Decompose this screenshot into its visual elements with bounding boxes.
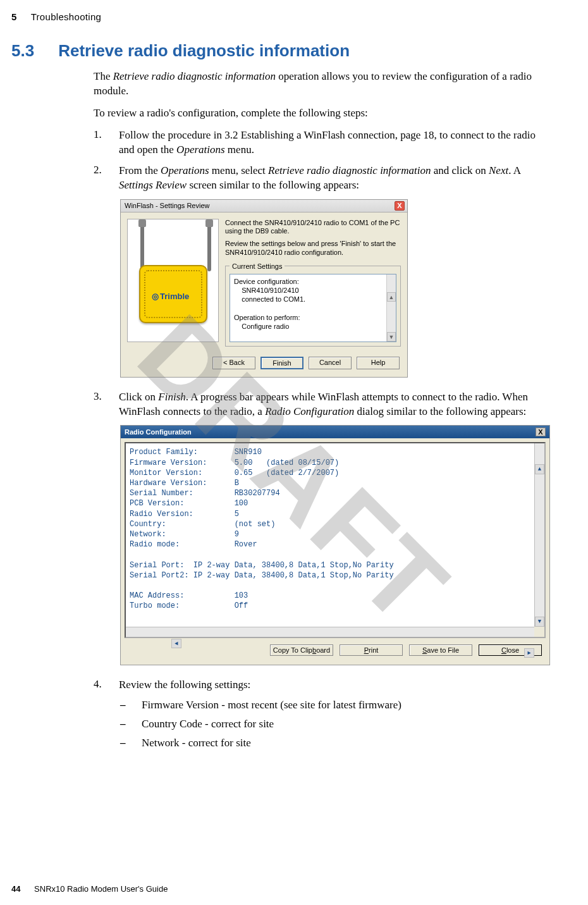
step-number: 1. — [94, 128, 105, 157]
dialog-titlebar[interactable]: Radio Configuration X — [121, 426, 549, 438]
section-title: Retrieve radio diagnostic information — [58, 41, 350, 61]
text: and click on — [431, 164, 489, 176]
text-italic: Next — [489, 164, 508, 176]
scroll-left-icon[interactable]: ◄ — [171, 639, 181, 648]
instruction-text: Connect the SNR410/910/2410 radio to COM… — [225, 219, 401, 237]
list-text: Firmware Version - most recent (see site… — [142, 699, 401, 711]
intro-paragraph-1: The Retrieve radio diagnostic informatio… — [94, 70, 553, 99]
text: Click on — [119, 391, 158, 403]
list-item: –Firmware Version - most recent (see sit… — [120, 699, 553, 711]
step-number: 2. — [94, 164, 105, 193]
group-legend: Current Settings — [230, 262, 285, 270]
scrollbar-vertical[interactable]: ▲ ▼ — [534, 443, 544, 627]
step-3: 3. Click on Finish. A progress bar appea… — [94, 390, 553, 419]
device-box-icon: Trimble — [139, 265, 207, 323]
step-number: 4. — [94, 678, 105, 693]
config-text: Product Family: SNR910 Firmware Version:… — [130, 448, 394, 610]
text: menu. — [225, 144, 254, 156]
close-icon[interactable]: X — [536, 428, 546, 436]
scroll-up-icon[interactable]: ▲ — [387, 292, 396, 302]
page-header: 5 Troubleshooting — [11, 11, 553, 22]
copy-to-clipboard-button[interactable]: Copy To Clipboard — [270, 644, 333, 656]
scroll-up-icon[interactable]: ▲ — [535, 464, 544, 474]
help-button[interactable]: Help — [357, 357, 400, 369]
bullet-dash: – — [120, 718, 128, 730]
step-text: Follow the procedure in 3.2 Establishing… — [119, 128, 553, 157]
dialog-button-row: Copy To Clipboard Print Save to File Clo… — [125, 638, 546, 661]
settings-review-list: –Firmware Version - most recent (see sit… — [120, 699, 553, 749]
figure-radio-configuration: Radio Configuration X Product Family: SN… — [120, 425, 553, 665]
text-italic: Settings Review — [119, 179, 187, 191]
current-settings-group: Current Settings Device configuration: S… — [225, 262, 401, 347]
finish-button[interactable]: Finish — [260, 357, 303, 369]
step-text: Click on Finish. A progress bar appears … — [119, 390, 553, 419]
bullet-dash: – — [120, 699, 128, 711]
scroll-right-icon[interactable]: ► — [524, 648, 534, 658]
text-italic: Radio Configuration — [265, 405, 354, 417]
text: The — [94, 70, 113, 82]
intro-paragraph-2: To review a radio's configuration, compl… — [94, 106, 553, 121]
list-text: Country Code - correct for site — [142, 718, 274, 730]
page-footer: 44 SNRx10 Radio Modem User's Guide — [11, 884, 168, 894]
section-heading: 5.3 Retrieve radio diagnostic informatio… — [11, 41, 553, 61]
radio-configuration-dialog: Radio Configuration X Product Family: SN… — [120, 425, 550, 665]
device-image: Trimble — [127, 219, 219, 342]
dialog-button-row: < Back Finish Cancel Help — [121, 352, 407, 377]
cancel-button[interactable]: Cancel — [309, 357, 352, 369]
scroll-down-icon[interactable]: ▼ — [387, 332, 396, 342]
print-button[interactable]: Print — [340, 644, 403, 656]
step-4: 4. Review the following settings: — [94, 678, 553, 693]
settings-text: Device configuration: SNR410/910/2410 co… — [234, 278, 305, 330]
step-text: From the Operations menu, select Retriev… — [119, 164, 553, 193]
step-2: 2. From the Operations menu, select Retr… — [94, 164, 553, 193]
back-button[interactable]: < Back — [212, 357, 255, 369]
steps-list: 1. Follow the procedure in 3.2 Establish… — [94, 128, 553, 193]
text: screen similar to the following appears: — [187, 179, 359, 191]
scrollbar-vertical[interactable]: ▲ ▼ — [386, 274, 396, 342]
dialog-body: Trimble Connect the SNR410/910/2410 radi… — [121, 212, 407, 352]
antenna-icon — [140, 222, 144, 271]
text: . A — [508, 164, 520, 176]
text: Copy To Clip — [273, 646, 312, 654]
text: ave to File — [427, 646, 459, 654]
doc-title: SNRx10 Radio Modem User's Guide — [34, 884, 168, 894]
close-icon[interactable]: X — [395, 201, 405, 211]
text: menu, select — [209, 164, 268, 176]
text-italic: Retrieve radio diagnostic information — [113, 70, 276, 82]
page-number: 44 — [11, 884, 20, 894]
scroll-down-icon[interactable]: ▼ — [535, 617, 544, 627]
config-textarea[interactable]: Product Family: SNR910 Firmware Version:… — [125, 442, 546, 638]
text: dialog similar to the following appears: — [354, 405, 526, 417]
text-underline: P — [364, 646, 369, 654]
section-number: 5.3 — [11, 41, 34, 61]
figure-settings-review: WinFlash - Settings Review X Trimble Con… — [120, 199, 553, 378]
text-underline: C — [501, 646, 506, 654]
scroll-corner — [534, 627, 544, 637]
steps-list-cont2: 4. Review the following settings: — [94, 678, 553, 693]
text-italic: Retrieve radio diagnostic information — [268, 164, 431, 176]
settings-review-dialog: WinFlash - Settings Review X Trimble Con… — [120, 199, 408, 378]
text: rint — [369, 646, 378, 654]
dialog-right-panel: Connect the SNR410/910/2410 radio to COM… — [225, 219, 401, 347]
trimble-logo: Trimble — [152, 292, 189, 301]
scrollbar-horizontal[interactable]: ◄ ► — [126, 627, 534, 637]
save-to-file-button[interactable]: Save to File — [409, 644, 472, 656]
text-italic: Operations — [176, 144, 225, 156]
dialog-titlebar[interactable]: WinFlash - Settings Review X — [121, 200, 407, 212]
settings-textbox[interactable]: Device configuration: SNR410/910/2410 co… — [230, 274, 396, 342]
dialog-body: Product Family: SNR910 Firmware Version:… — [121, 438, 549, 665]
chapter-title: Troubleshooting — [31, 11, 102, 22]
dialog-title: WinFlash - Settings Review — [125, 202, 210, 209]
step-number: 3. — [94, 390, 105, 419]
text: lose — [506, 646, 519, 654]
antenna-icon — [207, 222, 211, 271]
instruction-text: Review the settings below and press 'Fin… — [225, 240, 401, 257]
list-item: –Country Code - correct for site — [120, 718, 553, 730]
list-item: –Network - correct for site — [120, 737, 553, 749]
text: oard — [316, 646, 330, 654]
list-text: Network - correct for site — [142, 737, 251, 749]
text: From the — [119, 164, 161, 176]
step-text: Review the following settings: — [119, 678, 553, 693]
step-1: 1. Follow the procedure in 3.2 Establish… — [94, 128, 553, 157]
text-italic: Operations — [161, 164, 209, 176]
